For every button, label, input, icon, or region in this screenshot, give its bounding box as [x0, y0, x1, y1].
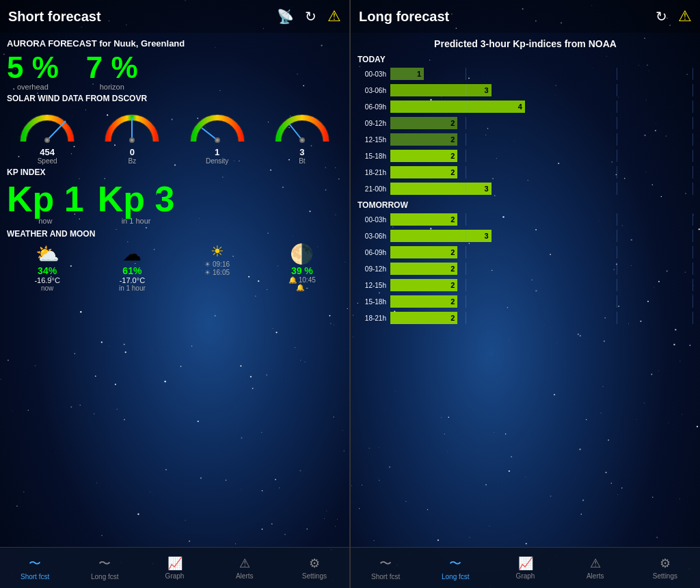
kp-bar-fill: 2 — [390, 312, 457, 324]
bar-row-09-12h: 09-12h2 — [358, 116, 693, 131]
weather-now-label: now — [41, 284, 53, 292]
bar-container: 2 — [390, 263, 693, 275]
nav-alerts-right[interactable]: ⚠ Alerts — [561, 548, 630, 588]
right-title: Long forecast — [359, 9, 645, 25]
nav-settings-left[interactable]: ⚙ Settings — [280, 548, 349, 588]
bar-container: 2 — [390, 166, 693, 178]
kp-bar-fill: 3 — [390, 84, 492, 96]
kp-now-sublabel: now — [38, 217, 52, 225]
bar-value-text: 1 — [417, 70, 421, 78]
moon-time1: 🔔 10:45 — [288, 276, 316, 284]
nav-alerts-label: Alerts — [236, 572, 254, 580]
weather-now-temp: -16.9°C — [34, 276, 59, 284]
bar-time-label: 18-21h — [358, 315, 390, 322]
nav-graph-left[interactable]: 📈 Graph — [139, 548, 209, 588]
nav-graph-label-r: Graph — [516, 572, 535, 580]
left-content: AURORA FORECAST for Nuuk, Greenland 5 % … — [0, 33, 349, 547]
nav-wave-icon-2: 〜 — [98, 555, 111, 572]
bar-time-label: 06-09h — [358, 249, 390, 256]
weather-now: ⛅ 34% -16.9°C now — [7, 243, 88, 292]
nav-long-label-r: Long fcst — [442, 573, 470, 580]
bar-row-03-06h: 03-06h3 — [358, 228, 693, 243]
svg-line-6 — [202, 128, 217, 140]
kp-1h-sublabel: in 1 hour — [122, 217, 151, 225]
nav-alerts-left[interactable]: ⚠ Alerts — [210, 548, 280, 588]
weather-label: WEATHER AND MOON — [7, 229, 342, 239]
svg-point-8 — [216, 139, 219, 142]
nav-settings-icon-r: ⚙ — [660, 556, 671, 571]
nav-graph-icon-r: 📈 — [518, 556, 533, 571]
bar-time-label: 21-00h — [358, 185, 390, 193]
kp-bar-fill: 3 — [390, 230, 492, 242]
bar-container: 2 — [390, 312, 693, 324]
left-header: Short forecast 📡 ↻ ⚠ — [0, 0, 349, 33]
nav-long-fcst-left[interactable]: 〜 Long fcst — [70, 548, 139, 588]
right-refresh-icon[interactable]: ↻ — [656, 8, 667, 25]
speed-value: 454 — [40, 147, 55, 157]
tomorrow-label: TOMORROW — [358, 200, 693, 210]
bar-row-00-03h: 00-03h2 — [358, 212, 693, 227]
nav-alert-icon: ⚠ — [239, 556, 250, 571]
nav-settings-right[interactable]: ⚙ Settings — [630, 548, 700, 588]
bar-row-06-09h: 06-09h4 — [358, 99, 693, 114]
warning-icon[interactable]: ⚠ — [327, 8, 341, 25]
moon-percent: 39 % — [291, 265, 313, 276]
time-row: ☀ 09:16 ☀ 16:05 — [204, 260, 230, 276]
antenna-icon[interactable]: 📡 — [277, 8, 294, 25]
bar-value-text: 2 — [450, 297, 455, 306]
bar-row-21-00h: 21-00h3 — [358, 181, 693, 196]
nav-short-label-r: Short fcst — [371, 573, 400, 580]
density-label: Density — [206, 157, 228, 165]
bar-time-label: 15-18h — [358, 298, 390, 306]
bar-value-text: 2 — [450, 152, 455, 160]
nav-graph-icon: 📈 — [167, 556, 183, 571]
kp-bar-fill: 2 — [390, 263, 457, 275]
nav-wave-icon-1: 〜 — [29, 555, 41, 572]
nav-graph-right[interactable]: 📈 Graph — [490, 548, 560, 588]
bar-row-09-12h: 09-12h2 — [358, 261, 693, 276]
bt-label: Bt — [299, 157, 305, 165]
nav-long-label: Long fcst — [91, 573, 119, 580]
bar-time-label: 15-18h — [358, 152, 390, 160]
kp-label: KP INDEX — [7, 168, 342, 177]
kp-1h-block: Kp 3 in 1 hour — [98, 181, 175, 225]
speed-label: Speed — [38, 157, 57, 165]
nav-short-fcst-right[interactable]: 〜 Short fcst — [351, 548, 420, 588]
bz-value: 0 — [130, 147, 135, 157]
bar-value-text: 3 — [485, 86, 489, 94]
weather-1h: ☁ 61% -17.0°C in 1 hour — [92, 243, 172, 292]
bar-value-text: 2 — [450, 215, 455, 224]
right-warning-icon[interactable]: ⚠ — [678, 8, 692, 25]
kp-bar-fill: 3 — [390, 183, 492, 195]
refresh-icon[interactable]: ↻ — [305, 8, 317, 25]
kp-bar-fill: 2 — [390, 246, 457, 258]
tomorrow-bars: 00-03h203-06h306-09h209-12h212-15h215-18… — [358, 212, 693, 325]
kp-bar-fill: 2 — [390, 117, 457, 129]
nav-long-fcst-right[interactable]: 〜 Long fcst — [420, 548, 490, 588]
bt-value: 3 — [299, 147, 304, 157]
svg-line-9 — [289, 124, 302, 140]
svg-point-5 — [131, 139, 133, 142]
sunrise-time: ☀ 09:16 — [204, 260, 230, 268]
nav-alert-icon-r: ⚠ — [590, 556, 601, 571]
horizon-block: 7 % horizon — [86, 53, 138, 91]
forecast-subtitle: Predicted 3-hour Kp-indices from NOAA — [358, 38, 693, 49]
nav-settings-icon: ⚙ — [309, 556, 320, 571]
aurora-title: AURORA FORECAST for Nuuk, Greenland — [7, 38, 342, 49]
weather-now-percent: 34% — [38, 265, 57, 276]
sunrise-icon: ☀ — [211, 243, 224, 260]
bar-row-18-21h: 18-21h2 — [358, 165, 693, 180]
speed-gauge: 454 Speed — [16, 106, 78, 165]
bar-value-text: 2 — [450, 135, 455, 144]
nav-wave-icon-r1: 〜 — [379, 555, 392, 572]
bar-row-15-18h: 15-18h2 — [358, 148, 693, 163]
bar-value-text: 3 — [485, 232, 489, 240]
nav-short-label: Short fcst — [21, 573, 49, 580]
bar-row-18-21h: 18-21h2 — [358, 310, 693, 325]
nav-alerts-label-r: Alerts — [587, 572, 604, 580]
nav-short-fcst-left[interactable]: 〜 Short fcst — [0, 548, 70, 588]
left-bottom-nav: 〜 Short fcst 〜 Long fcst 📈 Graph ⚠ Alert… — [0, 547, 349, 588]
bar-container: 2 — [390, 279, 693, 291]
nav-settings-label-r: Settings — [653, 572, 677, 580]
kp-now-value: Kp 1 — [7, 181, 84, 217]
